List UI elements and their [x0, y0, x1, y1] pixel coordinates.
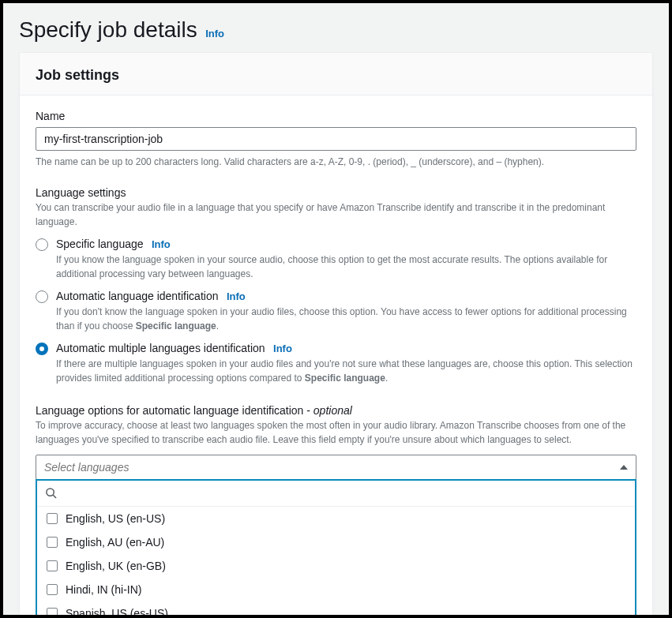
radio-auto-multiple-languages[interactable]: Automatic multiple languages identificat…: [36, 341, 636, 385]
name-input[interactable]: [36, 127, 636, 151]
language-dropdown: English, US (en-US) English, AU (en-AU) …: [36, 479, 636, 615]
language-option-en-au[interactable]: English, AU (en-AU): [37, 530, 635, 554]
radio-label: Automatic multiple languages identificat…: [56, 342, 265, 354]
svg-line-1: [53, 496, 56, 499]
caret-up-icon: [620, 465, 628, 470]
radio-content: Specific language Info If you know the l…: [56, 237, 636, 281]
radio-button[interactable]: [36, 238, 48, 251]
page-info-link[interactable]: Info: [205, 28, 224, 39]
name-help-text: The name can be up to 200 characters lon…: [36, 155, 636, 169]
info-link[interactable]: Info: [152, 238, 171, 250]
radio-desc: If you don't know the language spoken in…: [56, 305, 636, 333]
option-label: English, AU (en-AU): [66, 536, 164, 549]
svg-point-0: [47, 489, 54, 496]
language-settings-title: Language settings: [36, 186, 636, 199]
radio-specific-language[interactable]: Specific language Info If you know the l…: [36, 237, 636, 281]
language-settings-section: Language settings You can transcribe you…: [36, 186, 636, 385]
language-options-desc: To improve accuracy, choose at least two…: [36, 418, 636, 447]
language-options-title: Language options for automatic language …: [36, 404, 636, 417]
option-label: English, UK (en-GB): [66, 560, 166, 572]
panel-body: Name The name can be up to 200 character…: [20, 96, 652, 615]
radio-content: Automatic multiple languages identificat…: [56, 341, 636, 385]
language-option-en-gb[interactable]: English, UK (en-GB): [37, 554, 635, 578]
dropdown-search-row: [37, 481, 635, 507]
radio-desc: If you know the language spoken in your …: [56, 253, 636, 281]
language-settings-desc: You can transcribe your audio file in a …: [36, 200, 636, 229]
radio-button-selected[interactable]: [36, 343, 48, 355]
radio-label: Specific language: [56, 238, 144, 250]
multiselect-header[interactable]: Select languages: [36, 455, 636, 479]
language-option-es-us[interactable]: Spanish, US (es-US): [37, 601, 635, 615]
language-multiselect[interactable]: Select languages: [36, 455, 636, 480]
page-container: Specify job details Info Job settings Na…: [3, 3, 669, 615]
language-option-hi-in[interactable]: Hindi, IN (hi-IN): [37, 578, 635, 601]
radio-label: Automatic language identification: [56, 290, 218, 302]
checkbox[interactable]: [47, 537, 58, 548]
option-label: Hindi, IN (hi-IN): [66, 583, 141, 596]
language-option-en-us[interactable]: English, US (en-US): [37, 507, 635, 530]
radio-auto-language[interactable]: Automatic language identification Info I…: [36, 289, 636, 333]
checkbox[interactable]: [47, 513, 58, 524]
info-link[interactable]: Info: [227, 290, 246, 302]
panel-heading: Job settings: [36, 67, 636, 84]
page-header: Specify job details Info: [3, 3, 669, 52]
multiselect-placeholder: Select languages: [44, 461, 620, 474]
checkbox[interactable]: [47, 608, 58, 615]
radio-content: Automatic language identification Info I…: [56, 289, 636, 333]
page-title: Specify job details: [19, 17, 197, 42]
checkbox[interactable]: [47, 560, 58, 571]
option-label: Spanish, US (es-US): [66, 607, 168, 615]
radio-button[interactable]: [36, 290, 48, 303]
search-icon: [45, 487, 57, 499]
option-label: English, US (en-US): [66, 512, 165, 525]
panel-header: Job settings: [20, 53, 652, 96]
dropdown-search-input[interactable]: [63, 485, 627, 501]
radio-desc: If there are multiple languages spoken i…: [56, 357, 636, 385]
name-label: Name: [36, 110, 636, 122]
job-settings-panel: Job settings Name The name can be up to …: [19, 52, 653, 615]
info-link[interactable]: Info: [273, 343, 292, 354]
checkbox[interactable]: [47, 584, 58, 595]
